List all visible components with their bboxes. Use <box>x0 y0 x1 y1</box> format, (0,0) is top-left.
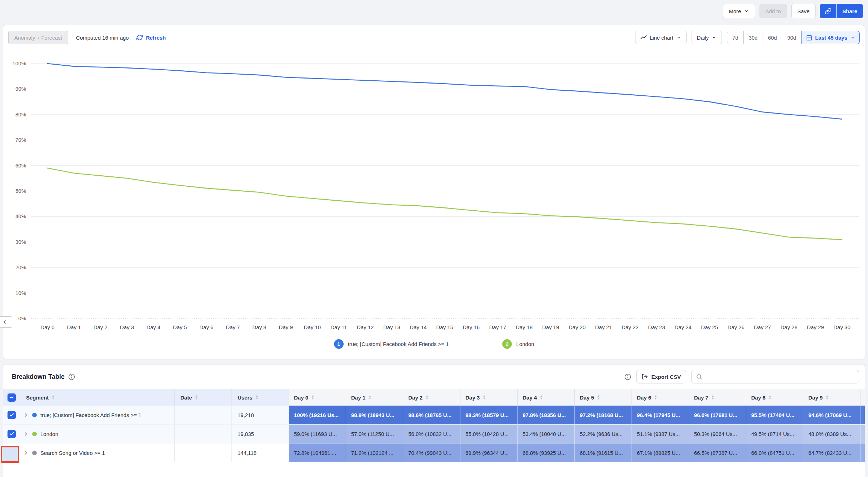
sort-icon[interactable]: ▲▼ <box>425 395 429 400</box>
x-axis-tick-label: Day 5 <box>173 324 187 330</box>
sort-icon[interactable]: ▲▼ <box>311 395 314 400</box>
info-icon[interactable] <box>624 373 631 380</box>
line-chart[interactable]: 100%90%80%70%60%50%40%30%20%10%0%Day 0Da… <box>3 25 865 360</box>
save-button[interactable]: Save <box>791 4 815 18</box>
retention-cell[interactable]: 51.1% (9387 Us... <box>632 425 689 443</box>
column-day-label[interactable]: Day 7 <box>694 395 708 401</box>
retention-cell-overflow[interactable]: 47. <box>860 425 865 443</box>
retention-cell[interactable]: 48.0% (8389 Us... <box>803 425 860 443</box>
date-range-90d[interactable]: 90d <box>782 31 802 44</box>
retention-cell[interactable]: 49.5% (8714 Us... <box>746 425 803 443</box>
column-users[interactable]: Users <box>238 395 253 401</box>
retention-cell[interactable]: 100% (19216 Us... <box>289 406 346 425</box>
retention-cell[interactable]: 68.1% (91615 U... <box>575 443 632 462</box>
retention-cell[interactable]: 94.6% (17069 U... <box>803 406 860 425</box>
retention-cell[interactable]: 64.7% (82433 U... <box>803 443 860 462</box>
y-axis-tick-label: 80% <box>15 111 26 117</box>
column-day-label[interactable]: Day 3 <box>465 395 480 401</box>
sort-icon[interactable]: ▲▼ <box>654 395 657 400</box>
collapse-panel-button[interactable] <box>0 316 12 328</box>
chart-series-line[interactable] <box>48 64 842 119</box>
retention-cell[interactable]: 96.4% (17945 U... <box>632 406 689 425</box>
search-icon <box>696 373 702 380</box>
retention-cell[interactable]: 98.6% (18765 U... <box>403 406 460 425</box>
column-day-label[interactable]: Day 2 <box>408 395 423 401</box>
retention-cell[interactable]: 71.2% (102124 ... <box>346 443 403 462</box>
column-day-label[interactable]: Day 6 <box>637 395 651 401</box>
chart-panel: Anomaly + Forecast Computed 16 min ago R… <box>3 25 865 359</box>
date-range-7d[interactable]: 7d <box>727 31 744 44</box>
copy-link-button[interactable] <box>820 4 836 18</box>
x-axis-tick-label: Day 1 <box>67 324 81 330</box>
retention-cell-overflow[interactable]: 94. <box>860 406 865 425</box>
sort-icon[interactable]: ▲▼ <box>597 395 600 400</box>
date-range-selected[interactable]: Last 45 days <box>802 31 860 44</box>
retention-cell[interactable]: 97.2% (18168 U... <box>575 406 632 425</box>
column-segment[interactable]: Segment <box>26 395 49 401</box>
annotation-highlight <box>2 447 18 461</box>
search-input[interactable] <box>705 374 854 380</box>
x-axis-tick-label: Day 16 <box>463 324 480 330</box>
table-row: Search Song or Video >= 1144,11872.8% (1… <box>3 443 865 462</box>
segment-name: Search Song or Video >= 1 <box>40 450 105 456</box>
retention-cell[interactable]: 50.3% (9064 Us... <box>689 425 746 443</box>
retention-cell[interactable]: 95.5% (17404 U... <box>746 406 803 425</box>
column-day-label[interactable]: Day 9 <box>808 395 823 401</box>
column-day-label[interactable]: Day 4 <box>523 395 537 401</box>
retention-cell[interactable]: 59.0% (11693 U... <box>289 425 346 443</box>
retention-cell[interactable]: 52.2% (9636 Us... <box>575 425 632 443</box>
sort-icon[interactable]: ▲▼ <box>768 395 772 400</box>
retention-cell[interactable]: 98.3% (18579 U... <box>460 406 518 425</box>
retention-cell[interactable]: 69.9% (96344 U... <box>460 443 518 462</box>
retention-cell[interactable]: 55.0% (10428 U... <box>460 425 518 443</box>
add-to-button[interactable]: Add to <box>759 4 787 18</box>
retention-cell-overflow[interactable]: 64. <box>860 443 865 462</box>
retention-cell[interactable]: 68.8% (93925 U... <box>518 443 575 462</box>
retention-cell[interactable]: 53.4% (10040 U... <box>518 425 575 443</box>
x-axis-tick-label: Day 20 <box>569 324 586 330</box>
column-day-label[interactable]: Day 8 <box>751 395 765 401</box>
date-range-60d[interactable]: 60d <box>763 31 782 44</box>
retention-cell[interactable]: 96.0% (17681 U... <box>689 406 746 425</box>
refresh-button[interactable]: Refresh <box>136 34 166 41</box>
expand-row-button[interactable] <box>23 412 29 418</box>
retention-cell[interactable]: 66.5% (87387 U... <box>689 443 746 462</box>
column-date[interactable]: Date <box>180 395 192 401</box>
info-icon[interactable] <box>68 373 75 380</box>
expand-row-button[interactable] <box>23 431 29 437</box>
retention-cell[interactable]: 97.8% (18356 U... <box>518 406 575 425</box>
retention-cell[interactable]: 72.8% (104961 ... <box>289 443 346 462</box>
column-day-label[interactable]: Day 0 <box>294 395 308 401</box>
date-range-30d[interactable]: 30d <box>744 31 763 44</box>
retention-cell[interactable]: 66.0% (84751 U... <box>746 443 803 462</box>
share-button[interactable]: Share <box>837 4 863 18</box>
retention-cell[interactable]: 98.9% (18943 U... <box>346 406 403 425</box>
chart-type-select[interactable]: Line chart <box>635 31 687 44</box>
retention-cell[interactable]: 56.0% (10832 U... <box>403 425 460 443</box>
column-day-label[interactable]: Day 5 <box>580 395 594 401</box>
select-all-checkbox[interactable] <box>8 393 16 402</box>
legend-item[interactable]: 2London <box>502 339 534 349</box>
legend-item[interactable]: 1true; [Custom] Facebook Add Friends >= … <box>334 339 449 349</box>
chevron-right-icon <box>23 412 29 418</box>
sort-icon[interactable]: ▲▼ <box>540 395 543 400</box>
anomaly-forecast-button[interactable]: Anomaly + Forecast <box>8 31 68 44</box>
sort-icon[interactable]: ▲▼ <box>711 395 714 400</box>
column-day-label[interactable]: Day 1 <box>351 395 365 401</box>
expand-row-button[interactable] <box>23 450 29 456</box>
chart-series-line[interactable] <box>48 168 842 240</box>
sort-icon[interactable]: ▲▼ <box>483 395 486 400</box>
sort-icon[interactable]: ▲▼ <box>195 395 198 400</box>
row-checkbox[interactable] <box>8 430 16 438</box>
sort-icon[interactable]: ▲▼ <box>368 395 371 400</box>
retention-cell[interactable]: 67.1% (89825 U... <box>632 443 689 462</box>
sort-icon[interactable]: ▲▼ <box>255 395 259 400</box>
interval-select[interactable]: Daily <box>692 31 722 44</box>
export-csv-button[interactable]: Export CSV <box>636 370 686 383</box>
more-button[interactable]: More <box>723 4 755 18</box>
retention-cell[interactable]: 70.4% (99043 U... <box>403 443 460 462</box>
sort-icon[interactable]: ▲▼ <box>51 395 55 400</box>
row-checkbox[interactable] <box>8 411 16 419</box>
retention-cell[interactable]: 57.0% (11250 U... <box>346 425 403 443</box>
sort-icon[interactable]: ▲▼ <box>825 395 829 400</box>
